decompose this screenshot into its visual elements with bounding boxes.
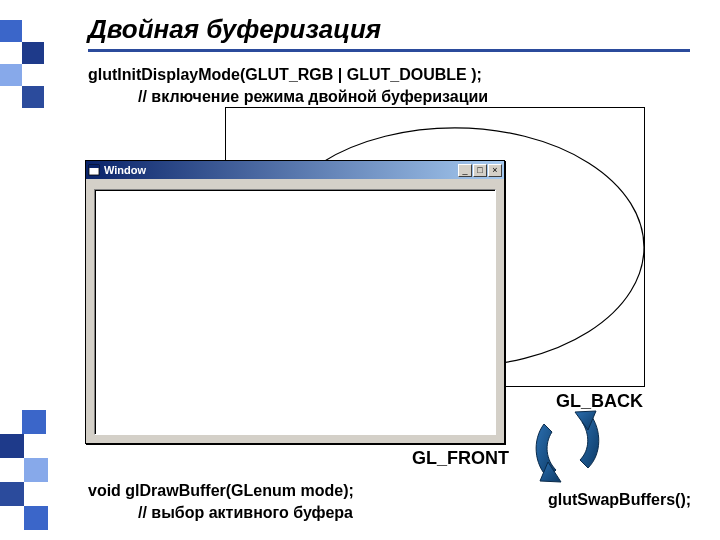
code-init-line: glutInitDisplayMode(GLUT_RGB | GLUT_DOUB… — [88, 64, 482, 86]
maximize-button[interactable]: □ — [473, 164, 487, 177]
close-button[interactable]: × — [488, 164, 502, 177]
svg-rect-8 — [24, 506, 48, 530]
front-buffer-window: Window _ □ × — [85, 160, 505, 444]
svg-rect-0 — [0, 20, 22, 42]
window-client-area — [94, 189, 496, 435]
window-title-text: Window — [104, 164, 457, 176]
svg-rect-4 — [22, 410, 46, 434]
svg-rect-6 — [24, 458, 48, 482]
svg-rect-1 — [22, 42, 44, 64]
minimize-button[interactable]: _ — [458, 164, 472, 177]
code-drawbuffer-comment: // выбор активного буфера — [138, 502, 353, 524]
code-init-comment: // включение режима двойной буферизации — [138, 86, 488, 108]
title-underline — [88, 49, 690, 52]
swap-arrow-icon — [528, 408, 608, 484]
slide: Двойная буферизация glutInitDisplayMode(… — [0, 0, 720, 540]
svg-rect-7 — [0, 482, 24, 506]
svg-rect-2 — [0, 64, 22, 86]
window-titlebar: Window _ □ × — [86, 161, 504, 179]
code-swap-call: glutSwapBuffers(); — [548, 491, 691, 509]
window-app-icon — [88, 164, 100, 176]
label-gl-front: GL_FRONT — [412, 448, 509, 469]
code-drawbuffer-line: void glDrawBuffer(GLenum mode); — [88, 480, 354, 502]
title-block: Двойная буферизация — [88, 14, 690, 52]
side-decoration — [0, 0, 54, 540]
svg-rect-3 — [22, 86, 44, 108]
svg-rect-5 — [0, 434, 24, 458]
page-title: Двойная буферизация — [88, 14, 690, 49]
svg-rect-11 — [89, 165, 99, 168]
